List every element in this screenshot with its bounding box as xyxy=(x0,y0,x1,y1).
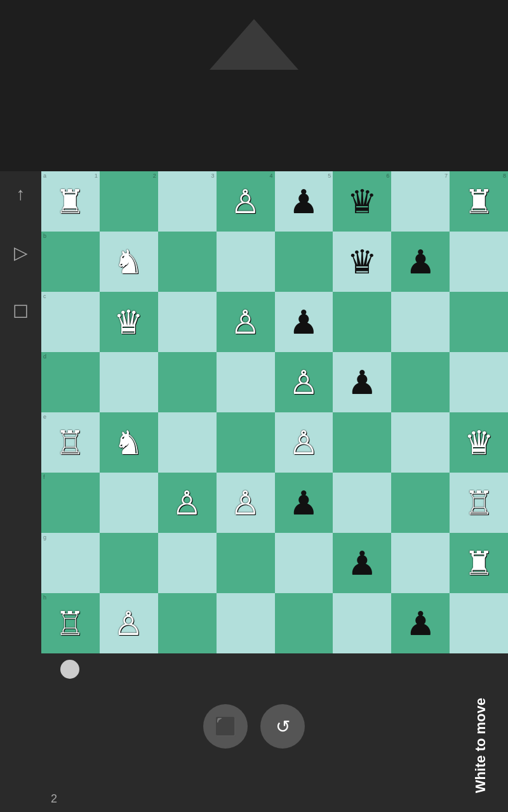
cell-2-0[interactable]: c xyxy=(41,292,100,352)
cell-2-5[interactable] xyxy=(333,292,391,352)
cell-0-7[interactable]: 8♜ xyxy=(450,171,508,232)
cell-4-1[interactable]: ♞ xyxy=(100,412,158,473)
cell-0-1[interactable]: 2 xyxy=(100,171,158,232)
cell-3-3[interactable] xyxy=(217,352,275,412)
scan-button[interactable]: ⬛ xyxy=(203,704,248,749)
cell-1-1[interactable]: ♞ xyxy=(100,232,158,292)
piece-2-1[interactable]: ♛ xyxy=(114,306,144,339)
cell-0-5[interactable]: 6♛ xyxy=(333,171,391,232)
cell-1-6[interactable]: ♟ xyxy=(391,232,450,292)
piece-1-1[interactable]: ♞ xyxy=(114,246,144,278)
top-area xyxy=(0,0,508,171)
cell-5-1[interactable] xyxy=(100,473,158,533)
cell-5-4[interactable]: ♟ xyxy=(275,473,333,533)
piece-6-5[interactable]: ♟ xyxy=(347,547,377,580)
piece-1-6[interactable]: ♟ xyxy=(406,246,436,278)
piece-4-0[interactable]: ♖ xyxy=(55,426,85,459)
cell-7-0[interactable]: h♖ xyxy=(41,593,100,653)
piece-6-7[interactable]: ♜ xyxy=(464,547,494,580)
cell-6-5[interactable]: ♟ xyxy=(333,533,391,593)
chess-board[interactable]: 1a♜234♙5♟6♛78♜b♞♛♟c♛♙♟d♙♟e♖♞♙♛f♙♙♟♖g♟♜h♖… xyxy=(41,171,508,653)
piece-7-0[interactable]: ♖ xyxy=(55,607,85,640)
piece-0-5[interactable]: ♛ xyxy=(347,185,377,218)
piece-7-1[interactable]: ♙ xyxy=(114,607,144,640)
bottom-buttons: ⬛ ↺ xyxy=(203,704,305,749)
cell-2-4[interactable]: ♟ xyxy=(275,292,333,352)
cell-0-3[interactable]: 4♙ xyxy=(217,171,275,232)
cell-5-6[interactable] xyxy=(391,473,450,533)
piece-4-4[interactable]: ♙ xyxy=(289,426,319,459)
copy-icon[interactable]: ☐ xyxy=(13,301,29,322)
cell-2-7[interactable] xyxy=(450,292,508,352)
piece-7-6[interactable]: ♟ xyxy=(406,607,436,640)
piece-3-5[interactable]: ♟ xyxy=(347,366,377,399)
cell-4-5[interactable] xyxy=(333,412,391,473)
cell-5-3[interactable]: ♙ xyxy=(217,473,275,533)
reset-button[interactable]: ↺ xyxy=(260,704,305,749)
cell-2-2[interactable] xyxy=(158,292,217,352)
cell-2-6[interactable] xyxy=(391,292,450,352)
cell-7-1[interactable]: ♙ xyxy=(100,593,158,653)
cell-4-6[interactable] xyxy=(391,412,450,473)
cell-3-6[interactable] xyxy=(391,352,450,412)
cell-1-5[interactable]: ♛ xyxy=(333,232,391,292)
cell-3-1[interactable] xyxy=(100,352,158,412)
cell-6-6[interactable] xyxy=(391,533,450,593)
cell-1-0[interactable]: b xyxy=(41,232,100,292)
cell-6-1[interactable] xyxy=(100,533,158,593)
piece-3-4[interactable]: ♙ xyxy=(289,366,319,399)
piece-4-1[interactable]: ♞ xyxy=(114,426,144,459)
piece-5-3[interactable]: ♙ xyxy=(231,487,260,520)
cell-7-6[interactable]: ♟ xyxy=(391,593,450,653)
cell-3-2[interactable] xyxy=(158,352,217,412)
cell-7-2[interactable] xyxy=(158,593,217,653)
triangle-icon xyxy=(210,19,298,70)
piece-4-7[interactable]: ♛ xyxy=(464,426,494,459)
cell-1-7[interactable] xyxy=(450,232,508,292)
cell-4-3[interactable] xyxy=(217,412,275,473)
piece-5-4[interactable]: ♟ xyxy=(289,487,319,520)
cell-5-5[interactable] xyxy=(333,473,391,533)
cell-5-0[interactable]: f xyxy=(41,473,100,533)
cell-4-7[interactable]: ♛ xyxy=(450,412,508,473)
cell-3-5[interactable]: ♟ xyxy=(333,352,391,412)
cell-4-2[interactable] xyxy=(158,412,217,473)
status-text: White to move xyxy=(472,698,489,793)
cell-2-1[interactable]: ♛ xyxy=(100,292,158,352)
cell-7-4[interactable] xyxy=(275,593,333,653)
piece-1-5[interactable]: ♛ xyxy=(347,246,377,278)
piece-0-4[interactable]: ♟ xyxy=(289,185,319,218)
piece-2-4[interactable]: ♟ xyxy=(289,306,319,339)
cell-0-6[interactable]: 7 xyxy=(391,171,450,232)
piece-0-0[interactable]: ♜ xyxy=(55,185,85,218)
cell-5-7[interactable]: ♖ xyxy=(450,473,508,533)
undo-icon[interactable]: ↑ xyxy=(17,184,25,204)
cell-3-0[interactable]: d xyxy=(41,352,100,412)
cell-1-4[interactable] xyxy=(275,232,333,292)
cell-5-2[interactable]: ♙ xyxy=(158,473,217,533)
cell-2-3[interactable]: ♙ xyxy=(217,292,275,352)
cell-6-0[interactable]: g xyxy=(41,533,100,593)
cell-3-7[interactable] xyxy=(450,352,508,412)
cell-6-4[interactable] xyxy=(275,533,333,593)
piece-5-7[interactable]: ♖ xyxy=(464,487,494,520)
cell-0-0[interactable]: 1a♜ xyxy=(41,171,100,232)
cell-0-4[interactable]: 5♟ xyxy=(275,171,333,232)
cell-6-2[interactable] xyxy=(158,533,217,593)
cell-1-2[interactable] xyxy=(158,232,217,292)
cell-4-4[interactable]: ♙ xyxy=(275,412,333,473)
cell-6-7[interactable]: ♜ xyxy=(450,533,508,593)
piece-2-3[interactable]: ♙ xyxy=(231,306,260,339)
piece-0-3[interactable]: ♙ xyxy=(231,185,260,218)
next-icon[interactable]: ▷ xyxy=(14,242,28,263)
cell-4-0[interactable]: e♖ xyxy=(41,412,100,473)
cell-1-3[interactable] xyxy=(217,232,275,292)
piece-5-2[interactable]: ♙ xyxy=(172,487,202,520)
cell-3-4[interactable]: ♙ xyxy=(275,352,333,412)
cell-0-2[interactable]: 3 xyxy=(158,171,217,232)
cell-7-3[interactable] xyxy=(217,593,275,653)
cell-6-3[interactable] xyxy=(217,533,275,593)
cell-7-7[interactable] xyxy=(450,593,508,653)
cell-7-5[interactable] xyxy=(333,593,391,653)
piece-0-7[interactable]: ♜ xyxy=(464,185,494,218)
